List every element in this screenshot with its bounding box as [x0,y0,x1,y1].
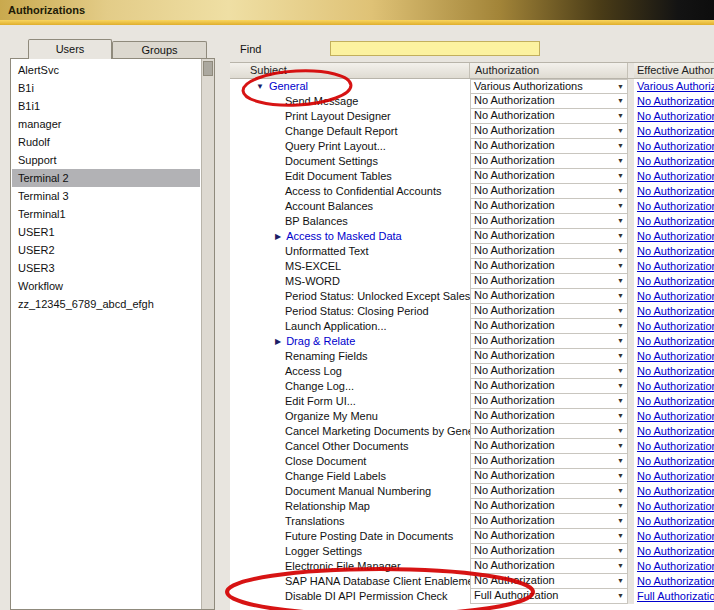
subject-cell[interactable]: MS-EXCEL [230,259,470,274]
effective-authorization-link[interactable]: No Authorization [637,260,714,272]
authorization-dropdown[interactable]: No Authorization▼ [470,199,628,214]
effective-authorization-link[interactable]: No Authorization [637,215,714,227]
subject-cell[interactable]: ▶Access to Masked Data [230,229,470,244]
chevron-down-icon[interactable]: ▼ [614,409,627,423]
chevron-down-icon[interactable]: ▼ [614,469,627,483]
chevron-down-icon[interactable]: ▼ [614,199,627,213]
authorization-dropdown[interactable]: No Authorization▼ [470,574,628,589]
authorization-dropdown[interactable]: No Authorization▼ [470,244,628,259]
authorization-dropdown[interactable]: No Authorization▼ [470,109,628,124]
subject-cell[interactable]: Document Manual Numbering [230,484,470,499]
chevron-down-icon[interactable]: ▼ [614,184,627,198]
chevron-down-icon[interactable]: ▼ [614,424,627,438]
chevron-down-icon[interactable]: ▼ [614,559,627,573]
authorization-dropdown[interactable]: No Authorization▼ [470,439,628,454]
user-list-item[interactable]: manager [12,115,200,133]
user-list-item[interactable]: B1i [12,79,200,97]
subject-cell[interactable]: Change Default Report [230,124,470,139]
chevron-down-icon[interactable]: ▼ [614,454,627,468]
authorization-dropdown[interactable]: No Authorization▼ [470,184,628,199]
chevron-down-icon[interactable]: ▼ [614,364,627,378]
authorization-dropdown[interactable]: Various Authorizations▼ [470,79,628,94]
chevron-down-icon[interactable]: ▼ [614,214,627,228]
subject-cell[interactable]: Unformatted Text [230,244,470,259]
authorization-dropdown[interactable]: No Authorization▼ [470,364,628,379]
subject-cell[interactable]: Change Field Labels [230,469,470,484]
effective-authorization-link[interactable]: No Authorization [637,140,714,152]
user-list-scrollbar[interactable] [201,59,214,609]
user-list-item[interactable]: Terminal1 [12,205,200,223]
subject-cell[interactable]: Translations [230,514,470,529]
subject-cell[interactable]: Close Document [230,454,470,469]
subject-cell[interactable]: Relationship Map [230,499,470,514]
subject-cell[interactable]: Print Layout Designer [230,109,470,124]
effective-authorization-link[interactable]: Various Authorization [637,80,714,92]
authorization-dropdown[interactable]: No Authorization▼ [470,499,628,514]
authorization-dropdown[interactable]: No Authorization▼ [470,334,628,349]
chevron-down-icon[interactable]: ▼ [614,169,627,183]
authorization-dropdown[interactable]: No Authorization▼ [470,139,628,154]
effective-authorization-link[interactable]: No Authorization [637,305,714,317]
subject-cell[interactable]: Access Log [230,364,470,379]
subject-cell[interactable]: Future Posting Date in Documents [230,529,470,544]
expand-arrow-icon[interactable]: ▶ [275,229,281,244]
subject-cell[interactable]: Organize My Menu [230,409,470,424]
subject-cell[interactable]: BP Balances [230,214,470,229]
user-list-item[interactable]: B1i1 [12,97,200,115]
effective-authorization-link[interactable]: No Authorization [637,275,714,287]
subject-cell[interactable]: Cancel Marketing Documents by Generati [230,424,470,439]
effective-authorization-link[interactable]: No Authorization [637,440,714,452]
authorization-dropdown[interactable]: No Authorization▼ [470,229,628,244]
chevron-down-icon[interactable]: ▼ [614,499,627,513]
chevron-down-icon[interactable]: ▼ [614,109,627,123]
authorization-dropdown[interactable]: No Authorization▼ [470,409,628,424]
authorization-dropdown[interactable]: No Authorization▼ [470,544,628,559]
effective-authorization-link[interactable]: No Authorization [637,575,714,587]
chevron-down-icon[interactable]: ▼ [614,394,627,408]
effective-authorization-link[interactable]: No Authorization [637,350,714,362]
user-list-item[interactable]: USER3 [12,259,200,277]
subject-cell[interactable]: Access to Confidential Accounts [230,184,470,199]
chevron-down-icon[interactable]: ▼ [614,349,627,363]
chevron-down-icon[interactable]: ▼ [614,319,627,333]
chevron-down-icon[interactable]: ▼ [614,484,627,498]
authorization-dropdown[interactable]: No Authorization▼ [470,274,628,289]
authorization-dropdown[interactable]: No Authorization▼ [470,514,628,529]
user-list-item[interactable]: AlertSvc [12,61,200,79]
subject-cell[interactable]: SAP HANA Database Client Enablement [230,574,470,589]
subject-cell[interactable]: Cancel Other Documents [230,439,470,454]
chevron-down-icon[interactable]: ▼ [614,229,627,243]
chevron-down-icon[interactable]: ▼ [614,80,627,93]
chevron-down-icon[interactable]: ▼ [614,529,627,543]
subject-cell[interactable]: Account Balances [230,199,470,214]
chevron-down-icon[interactable]: ▼ [614,259,627,273]
chevron-down-icon[interactable]: ▼ [614,244,627,258]
subject-cell[interactable]: Change Log... [230,379,470,394]
effective-authorization-link[interactable]: No Authorization [637,410,714,422]
effective-authorization-link[interactable]: No Authorization [637,95,714,107]
subject-cell[interactable]: Logger Settings [230,544,470,559]
subject-cell[interactable]: Renaming Fields [230,349,470,364]
chevron-down-icon[interactable]: ▼ [614,439,627,453]
subject-cell[interactable]: Edit Document Tables [230,169,470,184]
user-list-item[interactable]: USER1 [12,223,200,241]
effective-authorization-link[interactable]: No Authorization [637,365,714,377]
authorization-dropdown[interactable]: Full Authorization▼ [470,589,628,604]
subject-cell[interactable]: MS-WORD [230,274,470,289]
authorization-dropdown[interactable]: No Authorization▼ [470,424,628,439]
authorization-dropdown[interactable]: No Authorization▼ [470,169,628,184]
subject-cell[interactable]: Disable DI API Permission Check [230,589,470,604]
effective-authorization-link[interactable]: No Authorization [637,230,714,242]
authorization-dropdown[interactable]: No Authorization▼ [470,394,628,409]
user-list-item[interactable]: zz_12345_6789_abcd_efgh [12,295,200,313]
authorization-dropdown[interactable]: No Authorization▼ [470,484,628,499]
subject-cell[interactable]: Send Message [230,94,470,109]
chevron-down-icon[interactable]: ▼ [614,94,627,108]
subject-cell[interactable]: Period Status: Unlocked Except Sales [230,289,470,304]
effective-authorization-link[interactable]: No Authorization [637,545,714,557]
subject-cell[interactable]: Query Print Layout... [230,139,470,154]
effective-authorization-link[interactable]: No Authorization [637,425,714,437]
effective-authorization-link[interactable]: No Authorization [637,335,714,347]
authorization-dropdown[interactable]: No Authorization▼ [470,94,628,109]
tab-groups[interactable]: Groups [112,41,207,58]
